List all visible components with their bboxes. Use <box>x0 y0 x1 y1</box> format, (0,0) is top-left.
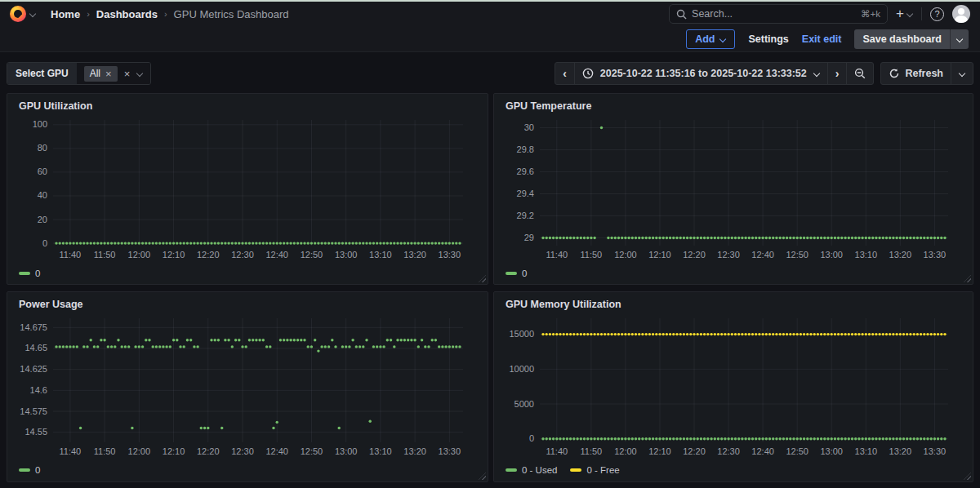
svg-text:12:00: 12:00 <box>614 250 637 260</box>
svg-text:12:00: 12:00 <box>614 446 637 456</box>
svg-text:11:40: 11:40 <box>60 446 82 456</box>
search-input[interactable]: Search... ⌘+k <box>669 4 888 24</box>
legend-item[interactable]: 0 - Free <box>570 465 619 475</box>
legend-item[interactable]: 0 <box>19 268 40 278</box>
help-icon[interactable]: ? <box>930 7 944 21</box>
svg-text:13:20: 13:20 <box>403 250 426 260</box>
svg-text:12:20: 12:20 <box>197 250 220 260</box>
svg-text:12:20: 12:20 <box>197 446 220 456</box>
svg-text:12:20: 12:20 <box>683 250 706 260</box>
svg-text:0: 0 <box>529 433 534 443</box>
top-nav: Home › Dashboards › GPU Metrics Dashboar… <box>0 2 980 26</box>
panel-legend: 0 <box>16 265 479 280</box>
svg-text:13:10: 13:10 <box>369 250 392 260</box>
gpu-memory-utilization-chart[interactable]: 15000100005000011:4011:5012:0012:1012:20… <box>502 313 955 459</box>
breadcrumb-home[interactable]: Home <box>51 8 80 20</box>
svg-text:29.6: 29.6 <box>517 166 534 176</box>
new-menu-button[interactable]: + <box>896 6 913 22</box>
chip-remove-icon[interactable]: × <box>105 68 112 80</box>
panel-title[interactable]: Power Usage <box>16 297 479 313</box>
svg-text:14.675: 14.675 <box>20 322 47 332</box>
svg-text:13:00: 13:00 <box>335 250 358 260</box>
power-usage-chart[interactable]: 14.67514.6514.62514.614.57514.5511:4011:… <box>16 313 470 459</box>
legend-item[interactable]: 0 <box>506 268 527 278</box>
svg-text:13:20: 13:20 <box>403 446 426 456</box>
add-button[interactable]: Add <box>686 29 735 49</box>
gpu-filter-chip[interactable]: All × <box>84 66 118 82</box>
grafana-menu-toggle[interactable] <box>10 6 36 22</box>
save-dashboard-button[interactable]: Save dashboard <box>854 29 950 49</box>
svg-text:11:50: 11:50 <box>581 446 603 456</box>
svg-text:29.2: 29.2 <box>517 211 534 220</box>
panel-title[interactable]: GPU Utilization <box>16 99 479 115</box>
gpu-filter-chip-label: All <box>90 68 100 79</box>
gpu-filter-value[interactable]: All × × <box>77 63 151 84</box>
legend-series-label: 0 <box>35 465 40 475</box>
svg-text:11:50: 11:50 <box>94 446 116 456</box>
time-back-button[interactable]: ‹ <box>555 63 574 84</box>
svg-text:13:10: 13:10 <box>855 250 878 260</box>
chevron-down-icon <box>29 11 36 17</box>
settings-button[interactable]: Settings <box>748 33 788 45</box>
svg-text:13:20: 13:20 <box>889 250 912 260</box>
svg-text:12:10: 12:10 <box>163 446 185 456</box>
avatar[interactable] <box>952 5 970 23</box>
svg-text:11:40: 11:40 <box>60 250 82 260</box>
legend-series-label: 0 - Used <box>522 465 557 475</box>
svg-text:12:30: 12:30 <box>231 446 254 456</box>
time-forward-button[interactable]: › <box>827 63 847 84</box>
refresh-button[interactable]: Refresh <box>881 63 951 84</box>
svg-text:12:10: 12:10 <box>648 446 671 456</box>
refresh-interval-caret[interactable] <box>951 63 973 84</box>
svg-text:12:00: 12:00 <box>128 446 151 456</box>
svg-text:12:20: 12:20 <box>683 446 706 456</box>
svg-text:12:50: 12:50 <box>301 250 323 260</box>
svg-text:12:50: 12:50 <box>786 250 808 260</box>
panel-gpu-temperature: GPU Temperature 3029.829.629.429.22911:4… <box>493 93 973 285</box>
svg-text:13:00: 13:00 <box>820 250 843 260</box>
svg-text:12:40: 12:40 <box>265 446 288 456</box>
save-dashboard-caret[interactable] <box>950 29 969 49</box>
search-shortcut: ⌘+k <box>861 8 880 20</box>
plus-icon: + <box>896 6 904 22</box>
panel-gpu-memory-utilization: GPU Memory Utilization 15000100005000011… <box>493 291 973 482</box>
nav-divider <box>921 7 922 20</box>
svg-text:15000: 15000 <box>509 329 534 339</box>
time-controls: ‹ 2025-10-22 11:35:16 to 2025-10-22 13:3… <box>555 62 973 85</box>
search-placeholder: Search... <box>692 8 733 20</box>
panel-gpu-utilization: GPU Utilization 10080604020011:4011:5012… <box>7 93 488 285</box>
svg-text:12:00: 12:00 <box>128 250 151 260</box>
legend-series-label: 0 <box>35 268 40 278</box>
svg-text:11:40: 11:40 <box>546 250 568 260</box>
panel-power-usage: Power Usage 14.67514.6514.62514.614.5751… <box>7 291 488 482</box>
save-dashboard-split-button: Save dashboard <box>854 29 969 49</box>
breadcrumb-dashboards[interactable]: Dashboards <box>96 8 158 20</box>
legend-series-swatch <box>19 468 30 472</box>
panel-title[interactable]: GPU Temperature <box>502 99 964 115</box>
svg-text:12:40: 12:40 <box>751 446 774 456</box>
legend-series-label: 0 <box>522 268 527 278</box>
breadcrumb-separator: › <box>164 9 167 19</box>
chevron-down-icon[interactable] <box>136 70 143 77</box>
exit-edit-button[interactable]: Exit edit <box>802 33 842 45</box>
add-button-label: Add <box>695 33 715 45</box>
legend-item[interactable]: 0 <box>19 465 40 475</box>
clear-filter-icon[interactable]: × <box>124 68 131 80</box>
chevron-down-icon <box>959 70 965 77</box>
legend-series-swatch <box>506 272 517 275</box>
dashboard-grid: GPU Utilization 10080604020011:4011:5012… <box>0 93 980 482</box>
gpu-temperature-chart[interactable]: 3029.829.629.429.22911:4011:5012:0012:10… <box>502 115 955 262</box>
svg-text:12:30: 12:30 <box>231 250 254 260</box>
time-range-picker[interactable]: 2025-10-22 11:35:16 to 2025-10-22 13:33:… <box>574 63 827 84</box>
svg-text:13:10: 13:10 <box>855 446 878 456</box>
panel-title[interactable]: GPU Memory Utilization <box>502 297 964 313</box>
panel-legend: 0 <box>502 265 964 280</box>
chevron-down-icon <box>719 36 726 42</box>
legend-series-swatch <box>19 272 30 275</box>
zoom-out-button[interactable] <box>846 63 873 84</box>
svg-text:0: 0 <box>42 238 47 248</box>
svg-text:14.65: 14.65 <box>24 343 47 353</box>
gpu-filter: Select GPU All × × <box>7 62 151 85</box>
gpu-utilization-chart[interactable]: 10080604020011:4011:5012:0012:1012:2012:… <box>16 115 470 262</box>
legend-item[interactable]: 0 - Used <box>506 465 557 475</box>
